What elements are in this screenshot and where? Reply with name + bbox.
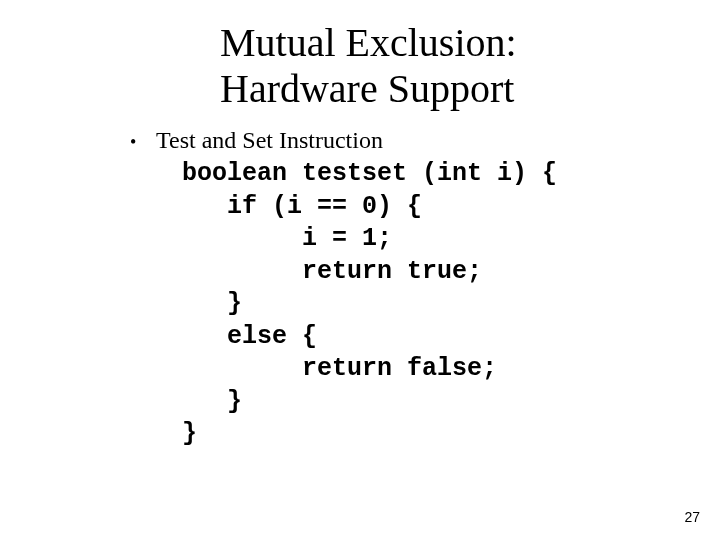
- slide-content: • Test and Set Instruction boolean tests…: [130, 127, 720, 451]
- title-line-2: Hardware Support: [220, 66, 720, 112]
- page-number: 27: [684, 509, 700, 525]
- title-line-1: Mutual Exclusion:: [220, 20, 720, 66]
- slide-title: Mutual Exclusion: Hardware Support: [220, 20, 720, 111]
- code-block: boolean testset (int i) { if (i == 0) { …: [182, 158, 720, 451]
- bullet-text: Test and Set Instruction: [156, 127, 383, 154]
- bullet-marker: •: [130, 132, 156, 153]
- bullet-1: • Test and Set Instruction: [130, 127, 720, 154]
